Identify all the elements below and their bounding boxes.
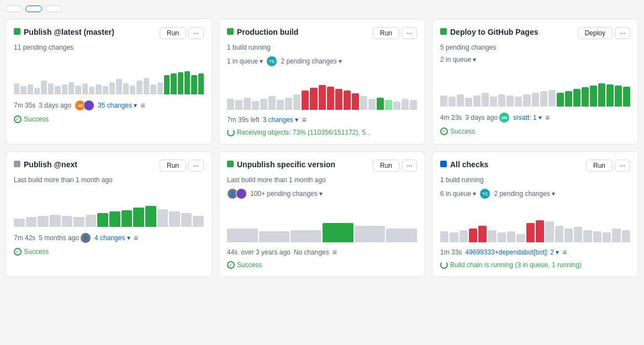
chart-bar <box>14 83 19 94</box>
no-changes: No changes <box>294 248 329 256</box>
status-text: Success <box>450 128 475 135</box>
publish-next-run-button[interactable]: Run <box>160 160 186 172</box>
chart-bar <box>145 206 156 227</box>
publish-latest-more-button[interactable]: ··· <box>188 27 204 39</box>
chart-bar <box>590 86 597 107</box>
chart-bar <box>48 83 54 94</box>
changes-link[interactable]: 3 changes ▾ <box>263 116 299 124</box>
trends-button[interactable] <box>25 6 42 12</box>
avatar-group: TC <box>479 188 490 199</box>
chart-bar <box>133 208 144 227</box>
ago: 3 days ago <box>39 102 71 109</box>
chart-bar <box>460 230 468 242</box>
status-running: Build chain is running (3 in queue, 1 ru… <box>440 261 582 269</box>
running-info: 1 build running <box>227 44 417 51</box>
card-title-area: Publish @latest (master) <box>14 27 160 37</box>
chart-bar <box>285 98 292 110</box>
duration: 7m 42s <box>14 234 35 242</box>
card-title-area: All checks <box>440 160 586 169</box>
chart-bar <box>260 99 267 110</box>
card-meta: 6 in queue ▾TC2 pending changes ▾ <box>440 188 630 199</box>
production-build-more-button[interactable]: ··· <box>402 27 417 39</box>
card-actions: Deploy··· <box>578 27 630 39</box>
card-actions: Run··· <box>586 160 630 172</box>
card-title-area: Unpublish specific version <box>227 160 373 169</box>
chart-bar <box>310 88 317 110</box>
builds-button[interactable] <box>6 6 22 12</box>
unpublish-specific-run-button[interactable]: Run <box>373 160 399 172</box>
avatar: TC <box>479 188 490 199</box>
chart-bar <box>583 230 592 242</box>
stack-icon: ≡ <box>332 248 337 257</box>
publish-next-more-button[interactable]: ··· <box>188 160 204 172</box>
chart-bar <box>386 229 417 242</box>
deploy-github-pages-run-button[interactable]: Deploy <box>578 27 613 39</box>
status-success: ✓Success <box>227 261 262 269</box>
chart-bar <box>582 87 589 107</box>
queue-info: 1 in queue ▾ <box>227 57 263 65</box>
chart-bar <box>540 91 547 107</box>
changes-link[interactable]: 49699333+dependabot[bot]: 2 ▾ <box>465 248 559 256</box>
chart-bar <box>116 79 122 94</box>
chart-area <box>14 188 204 227</box>
chart-bar <box>482 93 489 107</box>
deploy-github-pages-more-button[interactable]: ··· <box>615 27 630 39</box>
status-text: Receiving objects: 73% (110356/151172), … <box>237 129 371 136</box>
chart-bar <box>103 86 108 94</box>
chart-bar <box>62 84 67 94</box>
chart-bar <box>498 94 505 107</box>
expand-all-button[interactable] <box>45 6 62 12</box>
chart-bar <box>352 93 359 110</box>
spinner-icon <box>227 129 235 136</box>
chart-bar <box>498 232 506 242</box>
avatar-group: TC <box>266 56 277 67</box>
chart-bar <box>327 87 334 110</box>
all-checks-more-button[interactable]: ··· <box>615 160 630 172</box>
status-success: ✓Success <box>440 128 475 135</box>
chart-bar <box>252 101 259 110</box>
card-title: Publish @next <box>24 160 77 169</box>
chart-bar <box>355 226 386 242</box>
chart-bar <box>62 216 73 227</box>
chart-bar <box>344 91 351 110</box>
changes-link[interactable]: srsatt: 1 ▾ <box>513 114 542 121</box>
avatar-group: 👤 <box>82 232 91 243</box>
chart-bar <box>377 98 384 110</box>
chart-bar <box>14 219 25 227</box>
chart-bar <box>557 93 564 107</box>
chart-bar <box>150 84 156 94</box>
chart-bar <box>507 231 515 242</box>
changes-link[interactable]: 4 changes ▾ <box>94 234 130 242</box>
chart-bar <box>169 211 180 227</box>
publish-latest-run-button[interactable]: Run <box>160 27 186 39</box>
chart-bar <box>565 91 572 107</box>
all-checks-run-button[interactable]: Run <box>586 160 613 172</box>
chart-bar <box>368 99 376 110</box>
card-actions: Run··· <box>160 160 204 172</box>
chart-bar <box>473 95 481 107</box>
chart-bar <box>144 78 149 94</box>
chart-bar <box>198 73 204 94</box>
chart-bar <box>227 229 258 242</box>
status-dot <box>440 28 447 35</box>
stack-icon: ≡ <box>140 101 145 110</box>
avatar-group: 👤 <box>227 188 247 199</box>
duration: 4m 23s <box>440 114 462 121</box>
unpublish-specific-more-button[interactable]: ··· <box>402 160 417 172</box>
ago: 3 days ago <box>465 114 498 121</box>
card-unpublish-specific: Unpublish specific versionRun···Last bui… <box>219 151 425 277</box>
chart-bar <box>96 84 101 94</box>
chart-bar <box>335 89 342 110</box>
card-all-checks: All checksRun···1 build running6 in queu… <box>432 151 638 277</box>
chart-bar <box>448 97 456 107</box>
chart-bar <box>457 94 464 107</box>
chart-bar <box>488 230 496 242</box>
changes-link[interactable]: 35 changes ▾ <box>98 102 137 109</box>
production-build-run-button[interactable]: Run <box>373 27 399 39</box>
chart-bar <box>410 100 417 110</box>
time-info: 7m 39s left3 changes ▾≡ <box>227 115 417 124</box>
chart-bar <box>360 96 367 110</box>
chart-bar <box>574 227 582 242</box>
chart-bar <box>323 223 353 242</box>
chart-bar <box>26 217 37 227</box>
